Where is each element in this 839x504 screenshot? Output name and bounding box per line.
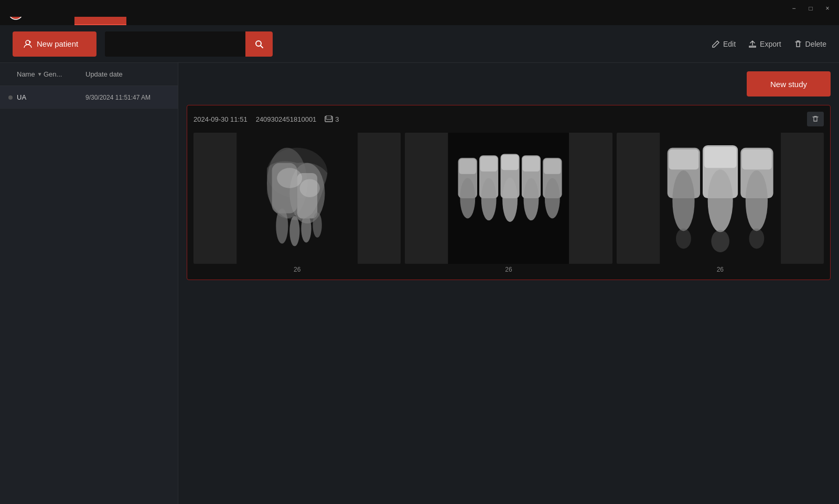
delete-icon — [794, 40, 802, 48]
svg-point-29 — [524, 178, 539, 221]
svg-rect-33 — [480, 156, 498, 171]
export-label: Export — [760, 40, 781, 48]
svg-rect-36 — [544, 159, 561, 174]
col-name-header: Name ▼ — [17, 70, 44, 78]
new-patient-button[interactable]: New patient — [13, 31, 96, 57]
search-button[interactable] — [245, 31, 273, 57]
maximize-button[interactable]: □ — [803, 3, 818, 14]
svg-point-2 — [26, 40, 30, 45]
svg-point-43 — [672, 170, 694, 231]
svg-rect-40 — [541, 155, 543, 200]
minimize-button[interactable]: − — [787, 3, 801, 14]
edit-label: Edit — [723, 40, 736, 48]
col-date-header: Update date — [85, 70, 169, 78]
svg-rect-38 — [499, 153, 501, 200]
svg-line-6 — [261, 46, 263, 48]
svg-point-18 — [313, 212, 321, 238]
study-panel: New study 2024-09-30 11:51 2409302451810… — [178, 63, 839, 504]
study-image-1[interactable] — [193, 133, 401, 264]
close-button[interactable]: × — [820, 3, 835, 14]
svg-point-54 — [711, 230, 729, 252]
main-content: Name ▼ Gen... Update date UA 9/30/2024 1… — [0, 63, 839, 504]
study-image-2-label: 26 — [505, 266, 512, 273]
search-icon — [254, 39, 264, 49]
delete-button[interactable]: Delete — [794, 40, 826, 48]
svg-rect-8 — [326, 115, 331, 120]
image-count-badge: 3 — [325, 115, 339, 123]
svg-point-27 — [502, 178, 518, 222]
study-image-1-container: 26 — [193, 133, 401, 273]
patient-date: 9/30/2024 11:51:47 AM — [85, 94, 169, 101]
study-id: 2409302451810001 — [256, 115, 317, 123]
svg-rect-35 — [523, 156, 540, 171]
svg-point-16 — [289, 216, 299, 246]
study-image-2-container: 26 — [405, 133, 612, 273]
study-actions — [807, 112, 824, 126]
svg-point-47 — [745, 170, 767, 231]
study-card-header: 2024-09-30 11:51 2409302451810001 3 — [193, 112, 824, 126]
toolbar-actions: Edit Export Delete — [712, 40, 826, 48]
study-delete-button[interactable] — [807, 112, 824, 126]
patient-row[interactable]: UA 9/30/2024 11:51:47 AM — [0, 86, 178, 109]
new-patient-label: New patient — [37, 39, 78, 48]
svg-point-25 — [481, 178, 497, 221]
svg-rect-48 — [669, 149, 698, 169]
new-study-button[interactable]: New study — [747, 71, 831, 96]
patient-name: UA — [17, 93, 44, 101]
study-image-3-container: 26 — [617, 133, 824, 273]
search-container — [105, 31, 273, 57]
trash-icon — [812, 115, 819, 123]
xray-svg-2 — [405, 133, 612, 264]
patient-status-dot — [8, 95, 13, 100]
study-images: 26 — [193, 133, 824, 273]
col-gender-header: Gen... — [44, 70, 85, 78]
sort-icon: ▼ — [37, 71, 42, 77]
svg-point-55 — [749, 229, 764, 249]
xray-svg-1 — [193, 133, 401, 264]
svg-rect-49 — [704, 147, 737, 168]
study-image-3-label: 26 — [717, 266, 724, 273]
svg-point-23 — [460, 178, 476, 219]
study-card: 2024-09-30 11:51 2409302451810001 3 — [187, 105, 831, 280]
study-image-3[interactable] — [617, 133, 824, 264]
svg-point-31 — [545, 178, 560, 219]
study-image-1-label: 26 — [294, 266, 300, 273]
delete-label: Delete — [805, 40, 826, 48]
window-controls: − □ × — [787, 3, 835, 14]
svg-rect-39 — [520, 153, 522, 200]
edit-button[interactable]: Edit — [712, 40, 736, 48]
list-header: Name ▼ Gen... Update date — [0, 63, 178, 86]
svg-rect-51 — [700, 145, 703, 203]
title-bar: − □ × — [0, 0, 839, 17]
new-patient-icon — [23, 39, 33, 49]
edit-icon — [712, 40, 720, 48]
svg-rect-34 — [502, 155, 519, 170]
svg-point-45 — [707, 169, 733, 232]
study-date: 2024-09-30 11:51 — [193, 115, 248, 123]
svg-point-53 — [676, 229, 691, 249]
svg-rect-37 — [477, 155, 479, 200]
xray-svg-3 — [617, 133, 824, 264]
image-count: 3 — [335, 115, 339, 123]
study-panel-header: New study — [187, 71, 831, 96]
svg-rect-32 — [459, 159, 477, 174]
image-count-icon — [325, 115, 333, 123]
svg-rect-52 — [738, 147, 740, 202]
export-icon — [748, 40, 757, 48]
patient-list-panel: Name ▼ Gen... Update date UA 9/30/2024 1… — [0, 63, 178, 504]
search-input[interactable] — [105, 31, 245, 57]
toolbar: New patient Edit Export — [0, 25, 839, 63]
export-button[interactable]: Export — [748, 40, 781, 48]
study-image-2[interactable] — [405, 133, 612, 264]
svg-rect-50 — [742, 149, 772, 169]
